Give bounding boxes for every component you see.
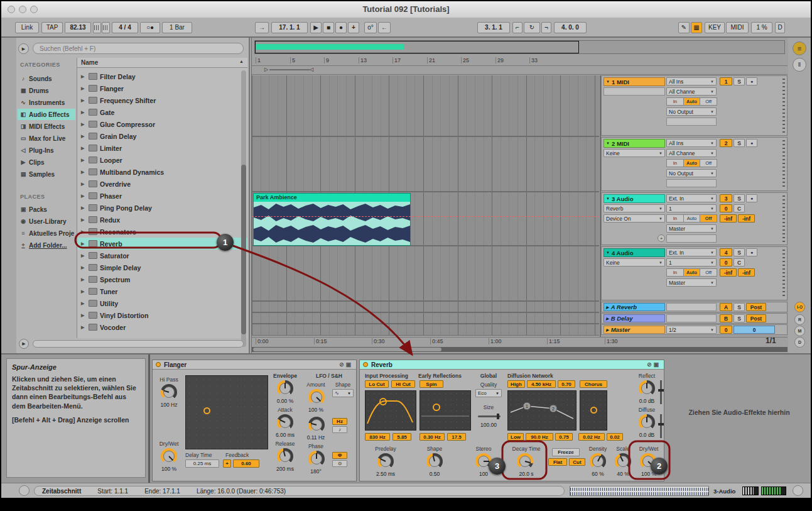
- sidebar-item-sounds[interactable]: ♪Sounds: [18, 73, 75, 84]
- solo-button[interactable]: S: [734, 77, 745, 85]
- quantization-menu[interactable]: 1 Bar: [162, 22, 192, 33]
- time-signature-field[interactable]: 4 / 4: [112, 22, 138, 33]
- decay-time-value[interactable]: 20.0 s: [508, 471, 544, 477]
- track-name-2[interactable]: ▼2 MIDI: [604, 139, 665, 148]
- cue-out-chooser[interactable]: 1/2▼: [666, 326, 717, 334]
- diffusion-node-2[interactable]: 2: [552, 407, 555, 411]
- chorus-toggle[interactable]: Chorus: [580, 380, 607, 388]
- diffuse-level-slider[interactable]: [660, 414, 662, 438]
- overview-toggle-button[interactable]: ≡: [793, 41, 806, 55]
- arm-button[interactable]: ●: [746, 248, 757, 256]
- device-chooser-empty[interactable]: [604, 87, 665, 96]
- er-amount-value[interactable]: 17.5: [447, 433, 466, 441]
- disclosure-triangle-icon[interactable]: ▶: [81, 134, 86, 139]
- overdub-button[interactable]: +: [348, 22, 359, 33]
- list-item[interactable]: ▶Filter Delay: [77, 70, 247, 82]
- diffuse-knob[interactable]: [639, 414, 655, 431]
- er-rate-value[interactable]: 0.30 Hz: [420, 433, 445, 441]
- slider-handle[interactable]: [658, 423, 664, 426]
- browser-scrollbar[interactable]: [241, 70, 246, 347]
- disclosure-triangle-icon[interactable]: ▶: [81, 146, 86, 151]
- disclosure-triangle-icon[interactable]: ▶: [81, 217, 86, 223]
- add-folder-button[interactable]: +Add Folder...: [18, 239, 75, 251]
- return-lane-b[interactable]: [252, 313, 599, 324]
- metronome-toggle[interactable]: ○●: [140, 22, 160, 33]
- disclosure-triangle-icon[interactable]: ▶: [81, 289, 86, 294]
- nudge-down-button[interactable]: [93, 22, 101, 33]
- decay-time-knob[interactable]: [517, 453, 533, 470]
- automation-device-chooser[interactable]: Reverb▼: [604, 204, 665, 212]
- lfo-rate-knob[interactable]: [308, 417, 325, 433]
- loop-length-field[interactable]: 4. 0. 0: [554, 22, 587, 33]
- audio-from-chooser[interactable]: Ext. In▼: [666, 248, 717, 256]
- disclosure-triangle-icon[interactable]: ▶: [81, 325, 86, 330]
- pan-field[interactable]: C: [734, 258, 745, 266]
- mini-arrangement-overview[interactable]: [570, 486, 709, 496]
- predelay-knob[interactable]: [377, 453, 394, 470]
- density-value[interactable]: 60 %: [583, 471, 612, 477]
- browser-collapse-button[interactable]: ▶: [18, 43, 29, 54]
- draw-mode-button[interactable]: ✎: [678, 22, 690, 33]
- post-toggle[interactable]: Post: [746, 314, 766, 322]
- predelay-value[interactable]: 2.50 ms: [369, 471, 403, 477]
- disclosure-triangle-icon[interactable]: ▶: [81, 194, 86, 199]
- track-number-badge[interactable]: 4: [720, 248, 732, 256]
- device-flanger[interactable]: Flanger ⊘▣ Hi Pass 100 Hz Dry/Wet 100 % …: [152, 360, 357, 481]
- midi-to-chooser[interactable]: No Output▼: [666, 169, 717, 177]
- monitor-switch[interactable]: InAutoOff: [666, 268, 717, 277]
- return-io-empty[interactable]: [666, 303, 717, 311]
- sidebar-item-clips[interactable]: ▶Clips: [18, 157, 75, 168]
- list-item[interactable]: ▶Glue Compressor: [77, 118, 247, 130]
- arm-button[interactable]: ●: [746, 139, 757, 147]
- disclosure-triangle-icon[interactable]: ▶: [81, 182, 86, 187]
- monitor-switch[interactable]: InAutoOff: [666, 97, 717, 106]
- key-map-button[interactable]: KEY: [705, 22, 725, 33]
- hi-pass-knob[interactable]: [161, 384, 177, 400]
- disclosure-triangle-icon[interactable]: ▶: [81, 98, 86, 103]
- envelope-amount-knob[interactable]: [277, 380, 293, 397]
- low-gain-value[interactable]: 0.75: [555, 433, 573, 441]
- disclosure-triangle-icon[interactable]: ▶: [81, 110, 86, 115]
- phase-knob[interactable]: [308, 451, 325, 467]
- list-item[interactable]: ▶Gate: [77, 106, 247, 118]
- flanger-xy-pad[interactable]: [185, 375, 268, 449]
- computer-midi-keyboard-button[interactable]: ▦: [691, 22, 702, 33]
- disclosure-triangle-icon[interactable]: ▶: [81, 122, 86, 127]
- fold-icon[interactable]: ▼: [606, 251, 610, 255]
- disclosure-triangle-icon[interactable]: ▶: [81, 241, 86, 246]
- spin-mode-toggle[interactable]: ⊙: [332, 460, 347, 467]
- sidebar-item-packs[interactable]: ▣Packs: [18, 204, 75, 215]
- solo-button[interactable]: S: [734, 139, 745, 147]
- midi-channel-chooser[interactable]: All Channe▼: [666, 87, 717, 96]
- save-preset-icon[interactable]: ▣: [653, 361, 661, 368]
- return-badge[interactable]: A: [720, 303, 732, 311]
- sidebar-item-instruments[interactable]: ∿Instruments: [18, 97, 75, 108]
- arrangement-position-field[interactable]: 17. 1. 1: [271, 22, 308, 33]
- return-name-a[interactable]: ▶A Reverb: [604, 303, 665, 311]
- show-delay-toggle[interactable]: D: [794, 337, 805, 348]
- return-header-a[interactable]: ▶A Reverb A S Post: [601, 302, 788, 312]
- list-item[interactable]: ▶Phaser: [77, 190, 247, 202]
- time-ruler[interactable]: 0:00 0:15 0:30 0:45 1:00 1:15 1:30 1/1: [252, 337, 788, 346]
- disclosure-triangle-icon[interactable]: ▶: [81, 277, 86, 282]
- lfo-amount-value[interactable]: 100 %: [302, 407, 330, 413]
- quality-chooser[interactable]: Eco▼: [475, 389, 502, 397]
- follow-button[interactable]: →: [255, 22, 269, 33]
- feedback-polarity-toggle[interactable]: +: [223, 459, 231, 468]
- diffuse-value[interactable]: 0.0 dB: [632, 432, 661, 438]
- chorus-display[interactable]: [580, 390, 607, 431]
- sidebar-item-samples[interactable]: ▤Samples: [18, 168, 75, 180]
- freeze-toggle[interactable]: Freeze: [552, 448, 580, 456]
- list-item[interactable]: ▶Vinyl Distortion: [77, 309, 247, 321]
- envelope-amount-value[interactable]: 0.00 %: [269, 398, 301, 404]
- list-header[interactable]: Name▲: [77, 58, 247, 68]
- sidebar-item-midi-effects[interactable]: ◨MIDI Effects: [18, 121, 75, 132]
- save-preset-icon[interactable]: ▣: [345, 361, 353, 368]
- track-lane-3-audio[interactable]: Park Ambience: [252, 192, 599, 246]
- lfo-shape-selector[interactable]: ∿▼: [332, 389, 354, 397]
- list-item[interactable]: ▶Saturator: [77, 250, 247, 261]
- track-name-1[interactable]: ▼1 MIDI: [604, 77, 665, 86]
- fold-icon[interactable]: ▼: [606, 80, 610, 84]
- scale-value[interactable]: 40 %: [610, 471, 636, 477]
- hotswap-icon[interactable]: ⊘: [647, 361, 654, 368]
